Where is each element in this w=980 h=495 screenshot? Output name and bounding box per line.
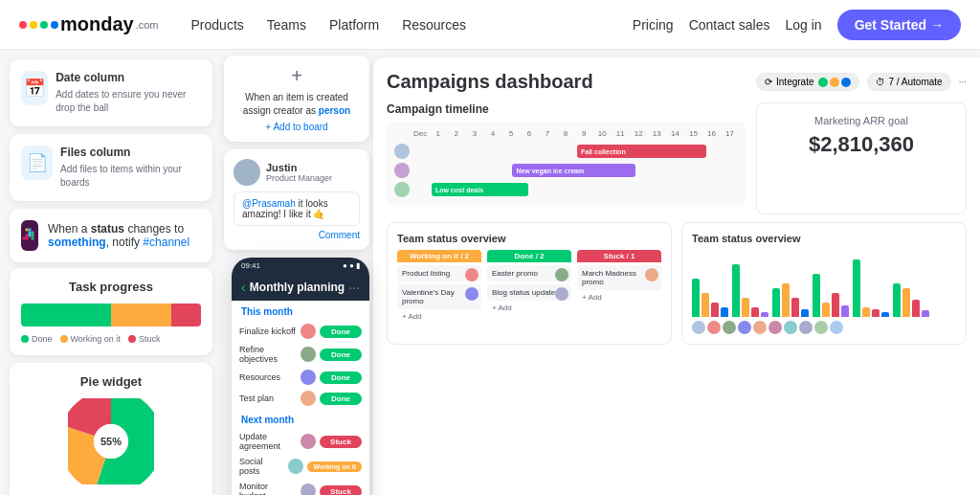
bar	[853, 259, 860, 317]
bar	[902, 288, 910, 317]
nav-contact-sales[interactable]: Contact sales	[689, 17, 770, 33]
bar	[711, 303, 719, 317]
nav-platform[interactable]: Platform	[320, 11, 389, 38]
list-item: Test plan Done	[232, 388, 369, 409]
kanban-header-working: Working on it / 2	[397, 250, 481, 262]
kanban-header-stuck: Stuck / 1	[577, 250, 661, 262]
nav-pricing[interactable]: Pricing	[633, 17, 674, 33]
bar	[822, 303, 830, 317]
next-month-label: Next month	[232, 409, 369, 429]
notif-name: Justin	[266, 162, 332, 173]
avatar	[692, 321, 705, 334]
legend-done: Done	[21, 334, 53, 344]
plus-icon: +	[234, 65, 360, 87]
avatar	[301, 347, 316, 362]
avatar	[799, 321, 813, 334]
dot-yellow	[30, 21, 37, 29]
arr-card: Marketing ARR goal $2,810,360	[756, 102, 967, 214]
bar-chart	[692, 250, 956, 317]
timeline-row: New vegan ice cream	[394, 163, 739, 178]
avatar	[707, 321, 721, 334]
kanban-add-button[interactable]: + Add	[487, 301, 571, 315]
bar	[922, 310, 929, 317]
timeline-bar-area: Low cost deals	[415, 183, 739, 196]
timeline-row: Fall collection	[394, 144, 739, 159]
logo[interactable]: monday .com	[19, 13, 159, 35]
progress-bar	[21, 304, 201, 326]
date-card-title: Date column	[56, 71, 201, 84]
navbar: monday .com Products Teams Platform Reso…	[0, 0, 980, 50]
kanban-add-button[interactable]: + Add	[397, 309, 481, 324]
pie-widget-title: Pie widget	[21, 374, 201, 389]
phone-status-bar: 09:41 ● ● ▮	[232, 258, 369, 274]
timeline-bar-lowcost: Low cost deals	[432, 183, 528, 196]
bar	[832, 293, 839, 317]
bar-group	[853, 259, 889, 317]
get-started-button[interactable]: Get Started →	[837, 10, 961, 40]
bar	[872, 309, 880, 317]
legend-dot-done	[21, 335, 29, 343]
timeline-bar-area: New vegan ice cream	[415, 164, 739, 177]
svg-rect-6	[26, 229, 29, 232]
dashboard-panel: Campaigns dashboard ⟳ Integrate ⏱ 7 / Au…	[373, 57, 980, 495]
team-status-title: Team status overview	[397, 233, 661, 244]
this-month-label: This month	[232, 301, 369, 321]
list-item: Resources Done	[232, 367, 369, 388]
timeline-row: Low cost deals	[394, 182, 739, 197]
more-options-icon[interactable]: ···	[959, 77, 967, 87]
nav-login[interactable]: Log in	[785, 17, 821, 33]
task-progress-title: Task progress	[21, 280, 201, 294]
nav-products[interactable]: Products	[182, 11, 254, 38]
bar	[702, 293, 709, 317]
left-cards-panel: 📅 Date column Add dates to ensure you ne…	[0, 50, 220, 495]
phone-menu-icon[interactable]: ···	[348, 280, 360, 295]
kanban-board: Working on it / 2 Product listing Valent…	[397, 250, 661, 324]
timeline-wrapper: Dec 1 2 3 4 5 6 7 8 9 10 11 12	[387, 122, 746, 205]
progress-stuck	[171, 304, 201, 326]
timeline-bar-area: Fall collection	[415, 145, 739, 158]
bar	[912, 300, 920, 317]
timeline-avatar	[394, 182, 410, 197]
legend-stuck: Stuck	[128, 334, 161, 344]
notif-bubble: @Prasamah it looks amazing! I like it 🤙	[234, 191, 360, 226]
nav-teams[interactable]: Teams	[257, 11, 316, 38]
kanban-col-done: Done / 2 Easter promo Blog status update…	[487, 250, 571, 324]
list-item: Finalize kickoff Done	[232, 321, 369, 342]
dashboard-main-grid: Campaign timeline Dec 1 2 3 4 5 6 7 8	[387, 102, 967, 214]
kanban-item-avatar	[645, 268, 658, 281]
bar	[791, 298, 799, 317]
kanban-item-avatar	[555, 287, 568, 301]
team-status-bar-chart: Team status overview	[681, 222, 967, 345]
back-arrow-icon[interactable]: ‹	[241, 280, 246, 295]
kanban-add-button[interactable]: + Add	[577, 290, 661, 304]
date-card-desc: Add dates to ensure you never drop the b…	[56, 88, 201, 115]
nav-resources[interactable]: Resources	[392, 11, 476, 38]
automation-card: + When an item is created assign creator…	[224, 56, 369, 142]
integrate-button[interactable]: ⟳ Integrate	[756, 73, 858, 91]
comment-link[interactable]: Comment	[234, 230, 360, 240]
this-month-rows: Finalize kickoff Done Refine objectives …	[232, 321, 369, 409]
add-to-board-link[interactable]: + Add to board	[234, 122, 360, 132]
dot-red	[19, 21, 27, 29]
progress-working	[111, 304, 171, 326]
list-item: Update agreement Stuck	[232, 429, 369, 454]
bar	[742, 298, 749, 317]
bottom-grid: Team status overview Working on it / 2 P…	[387, 222, 967, 345]
kanban-col-stuck: Stuck / 1 March Madness promo + Add	[577, 250, 661, 324]
kanban-item[interactable]: Valentine's Day promo	[397, 284, 481, 309]
list-item: Refine objectives Done	[232, 342, 369, 367]
automate-button[interactable]: ⏱ 7 / Automate	[867, 73, 951, 91]
status-automation-card: When a status changes to something, noti…	[10, 209, 212, 262]
status-text: When a status changes to something, noti…	[48, 222, 201, 249]
kanban-item-avatar	[555, 268, 568, 281]
kanban-item[interactable]: Easter promo	[487, 265, 571, 281]
slack-icon	[21, 220, 38, 251]
avatar	[288, 459, 303, 474]
kanban-item[interactable]: Product listing	[397, 265, 481, 281]
kanban-item-avatar	[465, 287, 479, 301]
dashboard-controls: ⟳ Integrate ⏱ 7 / Automate ···	[756, 73, 967, 91]
kanban-item[interactable]: March Madness promo	[577, 265, 661, 290]
kanban-item[interactable]: Blog status update	[487, 284, 571, 301]
team-status-kanban: Team status overview Working on it / 2 P…	[387, 222, 672, 345]
date-column-card: 📅 Date column Add dates to ensure you ne…	[10, 59, 212, 126]
